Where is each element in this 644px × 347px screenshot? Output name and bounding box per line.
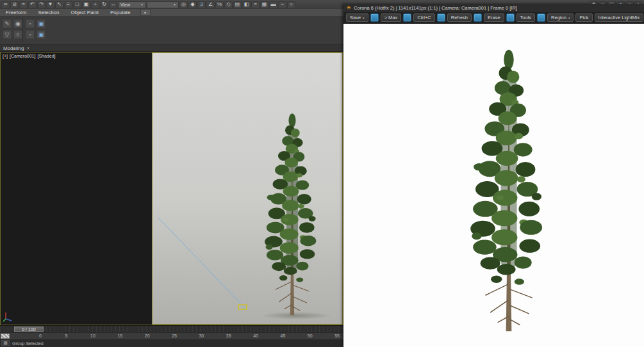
world-axis-tripod <box>3 311 14 322</box>
time-slider-handle[interactable]: 0 / 100 <box>14 327 44 332</box>
corona-toolbar: Save ▾ > Max Ctrl+C Refresh Erase Tools … <box>343 12 644 24</box>
chevron-down-icon: ▾ <box>363 16 365 20</box>
lightmix-button[interactable]: Interactive LightMix <box>595 13 644 22</box>
viewport-label: [+] [Camera001] [Shaded] <box>3 54 55 58</box>
track-bar[interactable]: 0510152025303540455055 <box>0 332 343 339</box>
copy-button[interactable]: Ctrl+C <box>413 13 434 22</box>
tools-button[interactable]: Tools <box>516 13 536 22</box>
mini-curve-editor-button[interactable] <box>1 334 10 339</box>
tab-populate[interactable]: Populate <box>104 9 136 16</box>
curve-editor-icon[interactable]: ∼ <box>278 1 286 8</box>
camera-safe-frame[interactable] <box>152 52 343 325</box>
select-object-icon[interactable]: ↖ <box>55 1 63 8</box>
ribbon-toggle-icon[interactable]: ▬ <box>269 1 277 8</box>
presets-icon[interactable]: ▫ <box>26 30 35 39</box>
modeling-label: Modeling <box>3 45 24 51</box>
y-axis-icon <box>6 319 12 321</box>
clipboard-icon[interactable] <box>403 13 411 22</box>
align-icon[interactable]: = <box>251 1 260 8</box>
refresh-button[interactable]: Refresh <box>447 13 472 22</box>
ribbon-collapse-button[interactable]: ▼ <box>140 9 151 16</box>
refresh-icon[interactable] <box>437 13 445 22</box>
angle-snap-icon[interactable]: ∠ <box>206 1 215 8</box>
select-and-manipulate-icon[interactable]: ◆ <box>188 1 197 8</box>
corona-title-bar[interactable]: ☀ Corona 6 (Hotfix 2) | 1141x1141px (1:1… <box>343 4 644 12</box>
save-button[interactable]: Save ▾ <box>346 13 368 22</box>
frame-number-label: 50 <box>308 334 313 338</box>
selection-status-text: Group Selected <box>12 341 44 346</box>
bind-to-spacewarp-icon[interactable]: ≈ <box>19 1 28 8</box>
select-and-scale-icon[interactable]: ↔ <box>109 1 117 8</box>
frame-number-label: 20 <box>145 334 150 338</box>
tab-freeform[interactable]: Freeform <box>0 9 32 16</box>
time-slider-track[interactable]: 0 / 100 <box>0 325 343 332</box>
tab-selection[interactable]: Selection <box>32 9 65 16</box>
layer-manager-icon[interactable]: ▦ <box>260 1 268 8</box>
named-selection-set-dropdown[interactable]: ▼ <box>147 1 179 8</box>
corona-vfb-window: ☀ Corona 6 (Hotfix 2) | 1141x1141px (1:1… <box>343 4 644 347</box>
chevron-down-icon: ▾ <box>568 16 570 20</box>
corona-render-view[interactable] <box>343 24 644 347</box>
corona-title-text: Corona 6 (Hotfix 2) | 1141x1141px (1:1) … <box>354 5 517 11</box>
select-and-move-icon[interactable]: + <box>91 1 99 8</box>
step-mode-icon[interactable]: ▣ <box>37 30 45 39</box>
viewport-overlay <box>153 53 343 325</box>
frame-number-label: 55 <box>334 334 340 338</box>
rendered-pine-tree <box>441 33 577 334</box>
frame-number-label: 5 <box>65 334 69 338</box>
percent-snap-icon[interactable]: % <box>215 1 224 8</box>
frame-number-label: 10 <box>90 334 95 338</box>
select-by-name-icon[interactable]: ≡ <box>64 1 72 8</box>
snaps-toggle-icon[interactable]: 3 <box>197 1 206 8</box>
spline-line[interactable] <box>158 218 246 309</box>
ribbon-panel: ✎◉▽○ ▫▣▫▣ <box>0 17 343 45</box>
edit-named-selection-icon[interactable]: ▤ <box>233 1 242 8</box>
optimize-icon[interactable]: ▽ <box>3 30 12 39</box>
erase-icon[interactable] <box>474 13 482 22</box>
frame-number-label: 25 <box>172 334 177 338</box>
frame-number-label: 30 <box>199 334 204 338</box>
ribbon-divider <box>22 18 23 42</box>
viewport-menu-general[interactable]: [+] <box>3 54 8 58</box>
desktop: ∞⊘≈↶↷▼↖≡□▣+↻↔ View ▼ ▼ ◎◆3∠%◇▤◧=▦▬∼○ ◆☼◻… <box>0 0 644 347</box>
shapes-icon[interactable]: ○ <box>13 30 22 39</box>
paint-deform-icon[interactable]: ◉ <box>13 19 22 28</box>
window-crossing-icon[interactable]: ▣ <box>82 1 90 8</box>
to-max-button[interactable]: > Max <box>381 13 402 22</box>
ribbon-tab-bar: FreeformSelectionObject PaintPopulate ▼ <box>0 9 343 17</box>
chevron-down-icon: ▼ <box>173 3 176 6</box>
reference-coordinate-dropdown[interactable]: View ▼ <box>118 1 146 8</box>
chevron-down-icon: ▼ <box>26 46 29 50</box>
use-pivot-center-icon[interactable]: ◎ <box>179 1 188 8</box>
save-options-icon[interactable] <box>370 13 379 22</box>
viewport-menu-shading[interactable]: [Shaded] <box>37 54 55 58</box>
undo-icon[interactable]: ↶ <box>28 1 37 8</box>
chevron-down-icon: ▼ <box>140 3 144 6</box>
spinner-snap-icon[interactable]: ◇ <box>224 1 233 8</box>
viewport-menu-pov[interactable]: [Camera001] <box>10 54 35 58</box>
selection-lock-icon[interactable]: ▦ <box>1 340 10 346</box>
select-and-rotate-icon[interactable]: ↻ <box>100 1 108 8</box>
frame-number-label: 45 <box>281 334 286 338</box>
select-link-icon[interactable]: ∞ <box>1 1 10 8</box>
tab-object-paint[interactable]: Object Paint <box>65 9 104 16</box>
region-icon[interactable] <box>537 13 545 22</box>
tools-icon[interactable] <box>506 13 515 22</box>
selection-filter-icon[interactable]: ▼ <box>46 1 54 8</box>
schematic-view-icon[interactable]: ○ <box>287 1 295 8</box>
defaults-icon[interactable]: ▫ <box>26 19 35 28</box>
unlink-selection-icon[interactable]: ⊘ <box>10 1 19 8</box>
mirror-icon[interactable]: ◧ <box>242 1 251 8</box>
chevron-down-icon: ▼ <box>144 11 147 15</box>
selection-region-icon[interactable]: □ <box>73 1 81 8</box>
ribbon-category-bar[interactable]: Modeling ▼ <box>0 45 343 52</box>
frame-number-label: 40 <box>253 334 258 338</box>
pick-button[interactable]: Pick <box>575 13 592 22</box>
erase-button[interactable]: Erase <box>484 13 504 22</box>
edit-poly-mode-icon[interactable]: ▣ <box>37 19 45 28</box>
redo-icon[interactable]: ↷ <box>37 1 45 8</box>
polydraw-icon[interactable]: ✎ <box>3 19 12 28</box>
region-button[interactable]: Region ▾ <box>547 13 574 22</box>
frame-number-label: 15 <box>117 334 122 338</box>
viewport[interactable]: [+] [Camera001] [Shaded] <box>0 52 343 325</box>
